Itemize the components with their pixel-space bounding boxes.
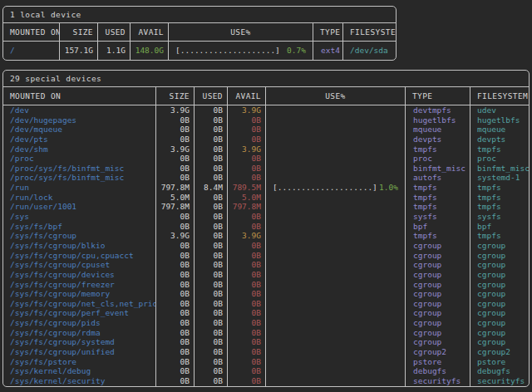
cell-use-pct [266,212,406,222]
cell-used: 0B [195,164,228,174]
cell-use-pct [266,299,406,309]
table-row: /sys/fs/cgroup/devices0B0B0Bcgroupcgroup [3,270,529,280]
cell-use-pct [266,202,406,212]
cell-used: 0B [195,299,228,309]
cell-used: 0B [195,231,228,241]
cell-used: 0B [195,270,228,280]
cell-use-pct [266,173,406,183]
cell-used: 0B [195,222,228,232]
cell-mounted-on: /sys/fs/cgroup/blkio [3,241,156,251]
cell-use-pct [266,115,406,125]
cell-filesystem: /dev/sda [343,42,396,60]
cell-avail: 0B [228,328,266,338]
header-use-pct: USE% [169,23,313,41]
cell-type: devpts [406,135,470,145]
cell-mounted-on: /run [3,183,156,193]
cell-type: cgroup [406,308,470,318]
cell-size: 0B [156,270,195,280]
cell-used: 0B [195,241,228,251]
cell-filesystem: cgroup [470,337,529,347]
cell-mounted-on: /sys/fs/cgroup/pids [3,318,156,328]
cell-avail: 0B [228,357,266,367]
cell-mounted-on: /sys/fs/cgroup/freezer [3,280,156,290]
cell-filesystem: debugfs [470,366,529,376]
cell-type: cgroup [406,270,470,280]
cell-used: 0B [195,366,228,376]
cell-use-pct [266,125,406,135]
cell-used: 0B [195,202,228,212]
cell-use-pct [266,251,406,261]
local-devices-table-header: MOUNTED ON SIZE USED AVAIL USE% TYPE FIL… [3,23,396,42]
cell-filesystem: hugetlbfs [470,115,529,125]
header-mounted-on: MOUNTED ON [3,23,60,41]
cell-used: 0B [195,347,228,357]
table-row: /sys/fs/pstore0B0B0Bpstorepstore [3,357,529,367]
cell-type: cgroup [406,241,470,251]
cell-mounted-on: /dev/shm [3,145,156,154]
cell-used: 8.4M [195,183,228,193]
cell-size: 3.9G [156,105,195,115]
cell-used: 0B [195,212,228,222]
cell-use-pct [266,135,406,145]
table-row: /proc/sys/fs/binfmt_misc0B0B0Bautofssyst… [3,173,529,183]
cell-type: cgroup [406,289,470,299]
cell-filesystem: cgroup2 [470,347,529,357]
cell-type: mqueue [406,125,470,135]
table-row: /dev/hugepages0B0B0Bhugetlbfshugetlbfs [3,115,529,125]
cell-mounted-on: /dev/hugepages [3,115,156,125]
header-use-pct: USE% [266,87,406,105]
cell-filesystem: tmpfs [470,193,529,203]
cell-avail: 3.9G [228,231,266,241]
cell-type: tmpfs [406,193,470,203]
cell-used: 0B [195,145,228,154]
cell-used: 0B [195,193,228,203]
cell-filesystem: pstore [470,357,529,367]
special-devices-table-title: 29 special devices [3,71,529,87]
cell-type: hugetlbfs [406,115,470,125]
cell-mounted-on: /sys/fs/cgroup/systemd [3,337,156,347]
cell-mounted-on: /sys/fs/cgroup/unified [3,347,156,357]
cell-filesystem: cgroup [470,260,529,270]
cell-avail: 5.0M [228,193,266,203]
cell-used: 0B [195,280,228,290]
cell-avail: 0B [228,318,266,328]
cell-size: 0B [156,260,195,270]
cell-mounted-on: /sys/fs/cgroup/net_cls,net_prio [3,299,156,309]
cell-filesystem: tmpfs [470,231,529,241]
cell-size: 0B [156,154,195,164]
cell-avail: 0B [228,115,266,125]
table-row: /sys/fs/cgroup/pids0B0B0Bcgroupcgroup [3,318,529,328]
table-row: /sys/fs/cgroup3.9G0B3.9Gtmpfstmpfs [3,231,529,241]
cell-size: 0B [156,337,195,347]
table-row: /sys/fs/cgroup/cpu,cpuacct0B0B0Bcgroupcg… [3,251,529,261]
cell-use-pct [266,154,406,164]
table-row: /proc0B0B0Bprocproc [3,154,529,164]
header-avail: AVAIL [228,87,266,105]
cell-size: 0B [156,328,195,338]
cell-filesystem: binfmt_misc [470,164,529,174]
cell-size: 0B [156,357,195,367]
cell-avail: 0B [228,289,266,299]
cell-size: 797.8M [156,202,195,212]
table-row: /dev/pts0B0B0Bdevptsdevpts [3,135,529,145]
cell-filesystem: devpts [470,135,529,145]
cell-avail: 0B [228,376,266,386]
cell-filesystem: cgroup [470,241,529,251]
cell-use-pct [266,145,406,154]
cell-mounted-on: /sys/fs/cgroup [3,231,156,241]
table-row: /sys/kernel/security0B0B0Bsecurityfssecu… [3,376,529,386]
header-used: USED [98,23,131,41]
cell-use-pct [266,376,406,386]
cell-used: 0B [195,125,228,135]
cell-type: tmpfs [406,145,470,154]
cell-filesystem: bpf [470,222,529,232]
cell-used: 0B [195,289,228,299]
cell-size: 0B [156,318,195,328]
cell-mounted-on: /sys/kernel/security [3,376,156,386]
cell-avail: 3.9G [228,105,266,115]
cell-avail: 0B [228,164,266,174]
cell-use-pct [266,231,406,241]
cell-use-pct [266,105,406,115]
cell-type: cgroup [406,318,470,328]
cell-type: binfmt_misc [406,164,470,174]
